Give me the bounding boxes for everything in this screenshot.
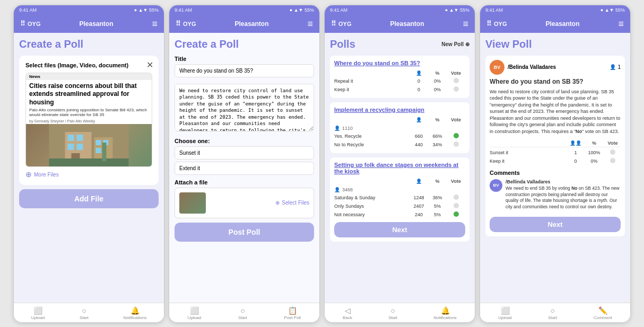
- status-icons: ● ▲▼ 55%: [134, 7, 159, 13]
- grid-icon-2: ⠿: [176, 20, 181, 28]
- view-poll-card: BV /Belinda Valladares 👤 1 Where do you …: [485, 56, 625, 237]
- option-count: 240: [410, 212, 428, 217]
- nav-city-3: Pleasanton: [390, 20, 424, 28]
- poll-row-2-1: Yes. Recycle 660 66%: [334, 132, 465, 140]
- vote-header-1: Vote: [447, 70, 465, 76]
- screen-4-title: View Poll: [485, 38, 625, 50]
- hamburger-icon-3[interactable]: ≡: [463, 19, 468, 29]
- screen-3-content: Polls New Poll ⊕ Where do you stand on S…: [325, 33, 475, 303]
- option-label: Not necessary: [334, 212, 410, 217]
- title-label: Title: [175, 56, 314, 62]
- vote-option-2: Keep it: [490, 158, 568, 164]
- poll-question-3[interactable]: Setting up folk dance stages on weekends…: [334, 162, 465, 174]
- bottom-nav-2-start-label: Start: [238, 315, 247, 320]
- author-name: /Belinda Valladares: [508, 64, 556, 70]
- poll-row-2-2: No to Recycle 440 34%: [334, 140, 465, 149]
- screen-4-view-poll: 9:41 AM ● ▲▼ 55% ⠿ OYG Pleasanton ≡ View…: [480, 5, 631, 323]
- attach-section: Attach a file ⊕ Select Files: [175, 179, 314, 218]
- bottom-nav-4-start[interactable]: ○ Start: [546, 305, 559, 321]
- choose-label: Choose one:: [175, 138, 314, 144]
- option-dot: [447, 78, 465, 84]
- bottom-nav-2-post-label: Post Poll: [284, 315, 301, 320]
- status-time-3: 9:41 AM: [330, 7, 347, 13]
- bottom-nav-4-start-label: Start: [548, 315, 557, 320]
- pct-header-2: %: [428, 117, 447, 122]
- nav-brand-text-2: OYG: [183, 21, 196, 27]
- bottom-nav-3-notifications[interactable]: 🔔 Notifications: [431, 305, 459, 321]
- poll-question-2[interactable]: Implement a recycling campaign: [334, 107, 465, 113]
- comments-title: Comments: [490, 170, 621, 176]
- vote-header-3: Vote: [447, 179, 465, 184]
- screen-1-title: Create a Poll: [19, 38, 159, 50]
- bottom-nav-2-back[interactable]: ⬜ Upload: [186, 305, 203, 321]
- bottom-nav-start[interactable]: ○ Start: [77, 305, 91, 321]
- bottom-nav-2-post[interactable]: 📋 Post Poll: [282, 305, 303, 321]
- comment-count: 👤 1: [610, 64, 621, 70]
- polls-header: Polls New Poll ⊕: [330, 38, 469, 50]
- bottom-nav-2-start[interactable]: ○ Start: [236, 305, 249, 321]
- screen-2-content: Create a Poll Title We need to restore c…: [169, 33, 319, 303]
- bottom-nav-notifications[interactable]: 🔔 Notifications: [121, 305, 149, 321]
- poll-header-3: 👤 % Vote: [334, 178, 465, 185]
- hamburger-icon-4[interactable]: ≡: [618, 19, 624, 29]
- vote-pct-1: 100%: [584, 150, 605, 155]
- bottom-nav-4: ⬜ Upload ○ Start ✏️ Comment: [480, 303, 630, 322]
- bottom-nav-3-start[interactable]: ○ Start: [386, 305, 399, 321]
- close-button[interactable]: ✕: [146, 60, 153, 70]
- poll-card-1: Where do you stand on SB 35? 👤 % Vote Re…: [330, 56, 469, 98]
- bottom-nav-4-comment[interactable]: ✏️ Comment: [591, 305, 614, 321]
- option-1[interactable]: Sunset it: [175, 146, 314, 160]
- comment-content-1: /Bellinda Valladares We need to end SB 3…: [506, 179, 621, 211]
- screen-2-title: Create a Poll: [175, 38, 314, 50]
- votes-icon-2: 👤: [410, 117, 428, 122]
- option-pct: 0%: [428, 87, 447, 92]
- screen-2-create-poll: 9:41 AM ● ▲▼ 55% ⠿ OYG Pleasanton ≡ Crea…: [169, 5, 320, 323]
- screen-1-content: Create a Poll ✕ Select files (Image, Vid…: [14, 33, 164, 303]
- svg-rect-3: [77, 135, 83, 141]
- bottom-nav-3-start-label: Start: [388, 315, 397, 320]
- polls-title: Polls: [330, 38, 355, 50]
- more-files-label: More Files: [34, 172, 59, 178]
- view-poll-body: We need to restore city control of land …: [490, 89, 621, 135]
- poll-row-3-1: Saturday & Sunday 1248 36%: [334, 193, 465, 202]
- more-files-button[interactable]: ⊕ More Files: [25, 170, 152, 179]
- status-bar-3: 9:41 AM ● ▲▼ 55%: [325, 5, 475, 15]
- grid-icon-3: ⠿: [331, 20, 336, 28]
- post-poll-button[interactable]: Post Poll: [175, 223, 314, 242]
- nav-city-4: Pleasanton: [545, 20, 579, 28]
- hamburger-icon-2[interactable]: ≡: [307, 19, 313, 29]
- bottom-nav-3-back[interactable]: ◁ Back: [341, 305, 354, 321]
- bottom-nav-4-upload[interactable]: ⬜ Upload: [496, 305, 514, 321]
- option-dot: [447, 142, 465, 148]
- poll-header-2: 👤 % Vote: [334, 116, 465, 123]
- body-textarea[interactable]: We need to restore city control of land …: [175, 84, 314, 131]
- status-time-2: 9:41 AM: [175, 7, 192, 13]
- status-bar-2: 9:41 AM ● ▲▼ 55%: [169, 5, 319, 15]
- select-files-button[interactable]: ⊕ Select Files: [275, 200, 309, 206]
- next-button-4[interactable]: Next: [490, 217, 621, 232]
- poll-row-1-2: Keep it 0 0%: [334, 85, 465, 94]
- new-poll-button[interactable]: New Poll ⊕: [441, 41, 469, 47]
- poll-author: BV /Belinda Valladares 👤 1: [490, 60, 621, 75]
- nav-brand-text-3: OYG: [338, 21, 351, 27]
- nav-city-2: Pleasanton: [234, 20, 268, 28]
- option-count: 1248: [410, 195, 428, 200]
- hamburger-icon-1[interactable]: ≡: [152, 19, 158, 29]
- grid-icon-4: ⠿: [486, 20, 492, 28]
- author-avatar: BV: [490, 60, 504, 75]
- add-file-button[interactable]: Add File: [19, 189, 159, 208]
- option-pct: 5%: [428, 212, 447, 217]
- poll-row-3-2: Only Sundays 2407 5%: [334, 202, 465, 210]
- poll-question-1[interactable]: Where do you stand on SB 35?: [334, 60, 465, 66]
- vote-table-header: 👤👤 % Vote: [490, 139, 621, 147]
- title-input[interactable]: [175, 64, 314, 77]
- svg-rect-4: [68, 144, 74, 150]
- vote-count-1: 1: [568, 150, 584, 155]
- vote-pct-2: 0%: [584, 158, 605, 164]
- option-2[interactable]: Extend it: [175, 162, 314, 175]
- bottom-nav-1: ⬜ Upload ○ Start 🔔 Notifications: [14, 303, 164, 322]
- next-button-3[interactable]: Next: [334, 222, 465, 237]
- vote-dot-2: [605, 158, 621, 164]
- poll-total-3: 👤 3468: [334, 185, 465, 193]
- bottom-nav-upload[interactable]: ⬜ Upload: [29, 305, 47, 321]
